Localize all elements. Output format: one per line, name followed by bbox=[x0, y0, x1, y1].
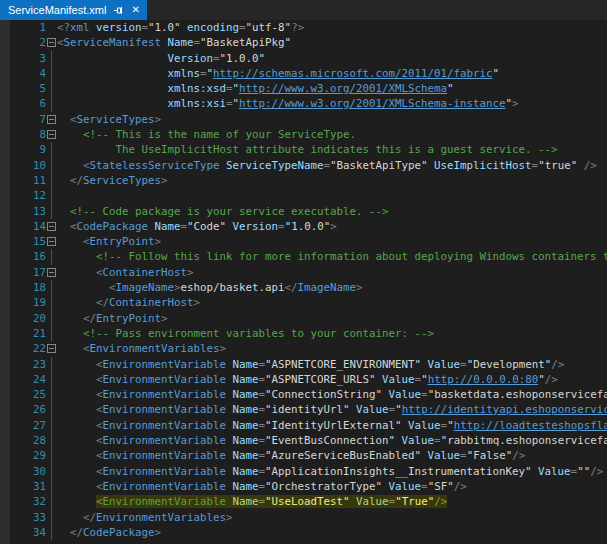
line-number: 12 bbox=[0, 188, 46, 203]
code-text[interactable]: <!-- Follow this link for more informati… bbox=[57, 249, 607, 264]
fold-guide bbox=[46, 81, 57, 96]
code-line: 12 bbox=[0, 188, 607, 203]
code-text[interactable]: <EnvironmentVariable Name="EventBusConne… bbox=[57, 433, 607, 448]
fold-collapse-icon[interactable] bbox=[46, 219, 57, 234]
fold-collapse-icon[interactable] bbox=[46, 127, 57, 142]
line-number: 7 bbox=[0, 112, 46, 127]
code-text[interactable]: </ContainerHost> bbox=[57, 295, 200, 310]
code-line: 20 </EntryPoint> bbox=[0, 311, 607, 326]
fold-guide bbox=[46, 66, 57, 81]
code-text[interactable]: <ServiceTypes> bbox=[57, 112, 161, 127]
line-number: 28 bbox=[0, 433, 46, 448]
line-number: 31 bbox=[0, 479, 46, 494]
editor-window: ServiceManifest.xml ✕ 1<?xml version="1.… bbox=[0, 0, 607, 544]
fold-guide bbox=[46, 479, 57, 494]
fold-collapse-icon[interactable] bbox=[46, 234, 57, 249]
line-number: 30 bbox=[0, 464, 46, 479]
code-editor[interactable]: 1<?xml version="1.0" encoding="utf-8"?>2… bbox=[0, 20, 607, 544]
line-number: 25 bbox=[0, 387, 46, 402]
code-text[interactable]: <!-- This is the name of your ServiceTyp… bbox=[57, 127, 356, 142]
fold-guide bbox=[46, 51, 57, 66]
fold-guide bbox=[46, 433, 57, 448]
code-text[interactable]: <EnvironmentVariable Name="ConnectionStr… bbox=[57, 387, 607, 402]
fold-guide bbox=[46, 142, 57, 157]
fold-guide bbox=[46, 387, 57, 402]
code-text[interactable]: <!-- Code package is your service execut… bbox=[57, 204, 389, 219]
code-text[interactable]: <ServiceManifest Name="BasketApiPkg" bbox=[57, 35, 291, 50]
line-number: 33 bbox=[0, 510, 46, 525]
code-text[interactable]: <StatelessServiceType ServiceTypeName="B… bbox=[57, 158, 597, 173]
code-text[interactable]: <EnvironmentVariable Name="ApplicationIn… bbox=[57, 464, 603, 479]
code-text[interactable]: xmlns:xsi="http://www.w3.org/2001/XMLSch… bbox=[57, 96, 519, 111]
fold-guide bbox=[46, 158, 57, 173]
code-text[interactable]: <!-- Pass environment variables to your … bbox=[57, 326, 434, 341]
fold-guide bbox=[46, 311, 57, 326]
code-line: 24 <EnvironmentVariable Name="ASPNETCORE… bbox=[0, 372, 607, 387]
line-number: 11 bbox=[0, 173, 46, 188]
code-line: 22 <EnvironmentVariables> bbox=[0, 341, 607, 356]
line-number: 2 bbox=[0, 35, 46, 50]
code-line: 18 <ImageName>eshop/basket.api</ImageNam… bbox=[0, 280, 607, 295]
code-text[interactable]: <EnvironmentVariable Name="ASPNETCORE_UR… bbox=[57, 372, 558, 387]
line-number: 20 bbox=[0, 311, 46, 326]
code-line: 26 <EnvironmentVariable Name="identityUr… bbox=[0, 402, 607, 417]
fold-guide bbox=[46, 494, 57, 509]
code-text[interactable]: xmlns="http://schemas.microsoft.com/2011… bbox=[57, 66, 499, 81]
tab-servicemanifest[interactable]: ServiceManifest.xml ✕ bbox=[0, 0, 147, 20]
code-text[interactable]: <EnvironmentVariables> bbox=[57, 341, 226, 356]
line-number: 19 bbox=[0, 295, 46, 310]
tab-title: ServiceManifest.xml bbox=[8, 4, 106, 16]
fold-guide bbox=[46, 326, 57, 341]
code-text[interactable]: <EnvironmentVariable Name="OrchestratorT… bbox=[57, 479, 467, 494]
code-text[interactable]: </EntryPoint> bbox=[57, 311, 168, 326]
code-text[interactable]: <EnvironmentVariable Name="ASPNETCORE_EN… bbox=[57, 357, 564, 372]
fold-collapse-icon[interactable] bbox=[46, 35, 57, 50]
code-text[interactable]: <ImageName>eshop/basket.api</ImageName> bbox=[57, 280, 363, 295]
fold-guide bbox=[46, 525, 57, 540]
fold-collapse-icon[interactable] bbox=[46, 341, 57, 356]
fold-collapse-icon[interactable] bbox=[46, 112, 57, 127]
line-number: 21 bbox=[0, 326, 46, 341]
fold-guide bbox=[46, 20, 57, 35]
close-icon[interactable]: ✕ bbox=[131, 5, 139, 15]
code-line: 9 The UseImplicitHost attribute indicate… bbox=[0, 142, 607, 157]
fold-guide bbox=[46, 280, 57, 295]
code-text[interactable]: <EnvironmentVariable Name="UseLoadTest" … bbox=[57, 494, 447, 509]
code-line: 16 <!-- Follow this link for more inform… bbox=[0, 249, 607, 264]
fold-guide bbox=[46, 448, 57, 463]
line-number: 16 bbox=[0, 249, 46, 264]
fold-guide bbox=[46, 510, 57, 525]
line-number: 6 bbox=[0, 96, 46, 111]
code-text[interactable]: <ContainerHost> bbox=[57, 265, 194, 280]
code-line: 31 <EnvironmentVariable Name="Orchestrat… bbox=[0, 479, 607, 494]
line-number: 14 bbox=[0, 219, 46, 234]
code-text[interactable]: <EnvironmentVariable Name="identityUrl" … bbox=[57, 402, 607, 417]
code-text[interactable]: The UseImplicitHost attribute indicates … bbox=[57, 142, 558, 157]
code-text[interactable]: </ServiceTypes> bbox=[57, 173, 168, 188]
fold-collapse-icon[interactable] bbox=[46, 265, 57, 280]
pin-icon[interactable] bbox=[113, 5, 124, 16]
line-number: 26 bbox=[0, 402, 46, 417]
fold-guide bbox=[46, 188, 57, 203]
line-number: 15 bbox=[0, 234, 46, 249]
code-line: 4 xmlns="http://schemas.microsoft.com/20… bbox=[0, 66, 607, 81]
code-text[interactable]: <EntryPoint> bbox=[57, 234, 161, 249]
code-text[interactable]: </EnvironmentVariables> bbox=[57, 510, 233, 525]
fold-guide bbox=[46, 173, 57, 188]
fold-guide bbox=[46, 464, 57, 479]
code-text[interactable]: <CodePackage Name="Code" Version="1.0.0"… bbox=[57, 219, 337, 234]
code-text[interactable]: <?xml version="1.0" encoding="utf-8"?> bbox=[57, 20, 304, 35]
code-text[interactable]: Version="1.0.0" bbox=[57, 51, 265, 66]
code-text[interactable]: </CodePackage> bbox=[57, 525, 161, 540]
code-line: 15 <EntryPoint> bbox=[0, 234, 607, 249]
fold-guide bbox=[46, 249, 57, 264]
line-number: 3 bbox=[0, 51, 46, 66]
line-number: 17 bbox=[0, 265, 46, 280]
code-text[interactable]: <EnvironmentVariable Name="IdentityUrlEx… bbox=[57, 418, 607, 433]
code-text[interactable]: xmlns:xsd="http://www.w3.org/2001/XMLSch… bbox=[57, 81, 454, 96]
line-number: 29 bbox=[0, 448, 46, 463]
line-number: 27 bbox=[0, 418, 46, 433]
code-line: 32 <EnvironmentVariable Name="UseLoadTes… bbox=[0, 494, 607, 509]
code-text[interactable]: <EnvironmentVariable Name="AzureServiceB… bbox=[57, 448, 525, 463]
line-number: 9 bbox=[0, 142, 46, 157]
